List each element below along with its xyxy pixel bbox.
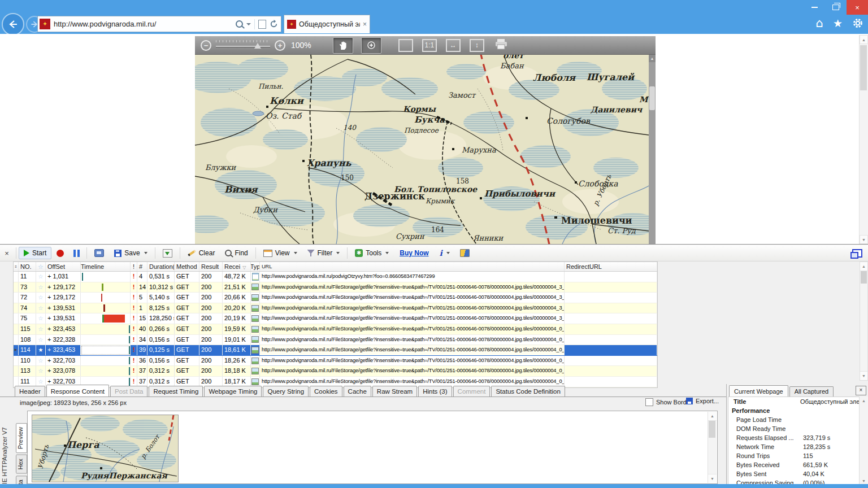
scroll-down-icon[interactable]: ▼ [860,235,868,244]
request-url[interactable]: http://www.podvignaroda.mil.ru/FileStora… [260,366,565,376]
favorite-star-icon[interactable]: ☆ [36,272,46,282]
request-url[interactable]: http://www.podvignaroda.mil.ru/FileStora… [260,282,565,293]
favorite-star-icon[interactable]: ★ [36,345,46,355]
request-row[interactable]: ▶114★+ 323,453!390,125 sGET20018,61 Khtt… [14,345,657,356]
grid-scrollbar[interactable]: ▲ ▼ [860,262,868,381]
tab-request-timing[interactable]: Request Timing [149,386,203,396]
analyzer-close-icon[interactable]: × [0,249,14,258]
show-border-checkbox[interactable] [645,398,653,406]
scroll-thumb[interactable] [709,421,715,438]
scroll-up-icon[interactable]: ▲ [860,262,867,271]
search-dropdown-icon[interactable] [246,23,251,25]
pause-button[interactable] [69,248,84,259]
fit-width-button[interactable]: ↔ [446,39,461,52]
request-url[interactable]: http://www.podvignaroda.mil.ru/FileStora… [260,324,565,334]
favorites-star-icon[interactable]: ★ [833,17,843,29]
scroll-down-icon[interactable]: ▼ [860,371,867,380]
buy-now-link[interactable]: Buy Now [394,249,434,257]
tab-close-icon[interactable]: × [363,20,367,28]
scroll-up-icon[interactable]: ▲ [649,55,656,62]
request-row[interactable]: 113☆+ 323,078!370,312 sGET20018,18 Khttp… [14,366,657,377]
stats-scrollbar[interactable]: ▲ ▼ [859,396,868,485]
column-header-recei[interactable]: Recei▽ [223,262,251,271]
request-url[interactable]: http://www.podvignaroda.mil.ru/FileStora… [260,313,565,324]
favorite-star-icon[interactable]: ☆ [36,303,46,313]
preview-scrollbar[interactable]: ▲ ▼ [708,412,717,483]
slider-thumb[interactable] [254,43,261,49]
home-icon[interactable]: ⌂ [816,18,823,29]
column-header-result[interactable]: Result [199,262,223,271]
print-button[interactable] [494,38,508,52]
request-url[interactable]: http://www.podvignaroda.mil.ru/FileStora… [260,303,565,313]
request-url[interactable]: http://www.podvignaroda.mil.ru/FileStora… [260,356,565,366]
view-menu-button[interactable]: View [258,247,302,259]
request-url[interactable]: http://www.podvignaroda.mil.ru/FileStora… [260,345,565,355]
scroll-down-icon[interactable]: ▼ [708,474,717,483]
scroll-thumb[interactable] [649,86,655,110]
column-header-no[interactable]: NO. [19,262,36,271]
sort-filter-icon[interactable]: ▽ [242,265,246,270]
tab-response-content[interactable]: Response Content [46,385,109,396]
side-tab-hex[interactable]: Hex [16,455,27,474]
restore-button[interactable] [825,0,847,15]
scroll-up-icon[interactable]: ▲ [860,396,868,404]
favorite-star-icon[interactable]: ☆ [36,282,46,293]
zoom-slider[interactable] [216,40,270,50]
tab-webpage-timing[interactable]: Webpage Timing [204,386,262,396]
favorite-star-icon[interactable]: ☆ [36,335,46,345]
find-button[interactable]: Find [220,247,253,259]
stop-button[interactable] [51,247,69,259]
dock-panel-icon[interactable] [852,249,862,258]
info-menu-button[interactable]: i [435,246,455,260]
url-text[interactable]: http://www.podvignaroda.mil.ru/ [50,20,236,28]
search-icon[interactable] [236,20,243,28]
favorite-star-icon[interactable]: ☆ [36,356,46,366]
side-tab-preview[interactable]: Preview [16,423,27,453]
zoom-tool-button[interactable] [361,37,381,54]
zoom-out-button[interactable]: − [201,40,211,51]
minimize-button[interactable] [804,0,825,15]
request-row[interactable]: 110☆+ 322,703!360,156 sGET20018,26 Khttp… [14,356,657,367]
open-button[interactable] [89,247,109,259]
address-bar[interactable]: ✦ http://www.podvignaroda.mil.ru/ [37,16,281,32]
favorite-star-icon[interactable]: ☆ [36,313,46,324]
column-header-redirecturl[interactable]: RedirectURL [565,262,657,271]
actual-size-button[interactable]: 1:1 [422,39,437,52]
export-button[interactable]: Export... [686,398,719,404]
column-header-[interactable]: # [137,262,147,271]
request-row[interactable]: 72☆+ 129,172!55,140 sGET20020,66 Khttp:/… [14,293,657,303]
tab-query-string[interactable]: Query String [263,386,309,396]
zoom-in-button[interactable]: + [275,40,285,51]
request-row[interactable]: 74☆+ 139,531!18,125 sGET20020,20 Khttp:/… [14,303,657,314]
start-button[interactable]: Start [19,247,51,259]
column-header-offset[interactable]: OffSet [46,262,81,271]
panel-close-icon[interactable]: × [856,386,866,395]
column-header-[interactable]: ! [131,262,137,271]
favorite-star-icon[interactable]: ☆ [36,324,46,334]
column-header-durations[interactable]: Duration(s) [147,262,175,271]
settings-gear-icon[interactable] [852,18,863,29]
scroll-thumb[interactable] [860,45,867,90]
column-header-typ[interactable]: Typ [251,262,260,271]
tools-menu-button[interactable]: ✱Tools [350,247,394,259]
request-url[interactable]: http://www.podvignaroda.mil.ru/podvigOtz… [260,272,565,282]
filter-menu-button[interactable]: Filter [302,247,345,259]
tab-cookies[interactable]: Cookies [310,386,342,396]
favorite-star-icon[interactable]: ☆ [36,293,46,303]
viewer-scrollbar[interactable]: ▲ [649,55,656,244]
fit-height-button[interactable]: ↕ [470,39,484,52]
scroll-up-icon[interactable]: ▲ [708,412,717,421]
clear-button[interactable]: Clear [183,247,220,259]
tab-cache[interactable]: Cache [344,386,371,396]
request-row[interactable]: 73☆+ 129,172!1410,312 sGET20021,51 Khttp… [14,282,657,293]
back-button[interactable] [2,13,24,36]
grid-header[interactable]: ≡NO.☆OffSetTimeline!#Duration(s)MethodRe… [14,262,657,272]
show-border-control[interactable]: Show Border [645,398,692,406]
pan-hand-button[interactable] [333,37,353,54]
scroll-thumb[interactable] [861,271,867,284]
refresh-icon[interactable] [270,20,278,28]
tab-current-webpage[interactable]: Current Webpage [729,385,788,396]
request-url[interactable]: http://www.podvignaroda.mil.ru/FileStora… [260,293,565,303]
compatibility-view-icon[interactable] [258,20,266,29]
scroll-down-icon[interactable]: ▼ [860,477,868,485]
